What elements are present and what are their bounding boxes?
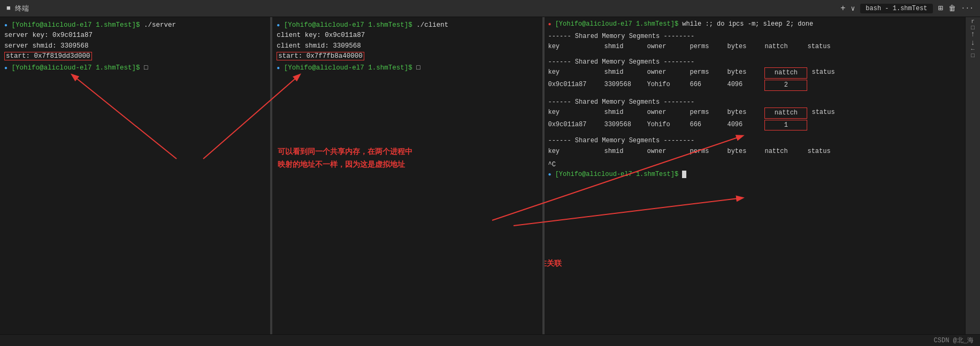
statusbar: CSDN @北_海 <box>0 334 980 346</box>
ctrl-c-line: ^C <box>548 160 976 170</box>
ipcs-table-2: ------ Shared Memory Segments -------- k… <box>548 57 976 91</box>
side-buttons: r□ ↑↓ ←□ <box>965 17 980 334</box>
side-btn-2[interactable]: ↑↓ <box>968 33 978 44</box>
server-line-1: ● [Yohifo@alicloud-el7 1.shmTest]$ ./ser… <box>4 20 266 30</box>
server-start-line: start: 0x7f819dd3d000 <box>4 51 266 61</box>
titlebar: ■ 终端 + ∨ bash - 1.shmTest ⊞ 🗑 ··· <box>0 0 980 17</box>
client-line-3: client shmid: 3309568 <box>277 41 538 51</box>
nattch-col-2: nattch <box>764 67 807 79</box>
annotation-text-1: 可以看到同一个共享内存，在两个进程中 映射的地址不一样，因为这是虚拟地址 <box>278 145 412 171</box>
ipcs-command-line: ● [Yohifo@alicloud-el7 1.shmTest]$ while… <box>548 19 976 29</box>
pane-server[interactable]: ● [Yohifo@alicloud-el7 1.shmTest]$ ./ser… <box>0 17 271 334</box>
terminal-icon: ■ <box>6 4 11 12</box>
client-line-2: client key: 0x9c011a87 <box>277 30 538 41</box>
nattch-val-2: 2 <box>764 80 807 91</box>
add-tab-button[interactable]: + <box>840 4 846 13</box>
final-prompt-line: ● [Yohifo@alicloud-el7 1.shmTest]$ <box>548 170 976 180</box>
client-line-5: ● [Yohifo@alicloud-el7 1.shmTest]$ □ <box>277 63 538 73</box>
client-start-line: start: 0x7f7fb8a40000 <box>277 51 538 61</box>
annotation-text-2: 首先关联数为 2 即 服务端、客户端 都在关联 客户端提前退出后，关联数变成了 … <box>545 244 562 270</box>
ipcs-table-3: ------ Shared Memory Segments -------- k… <box>548 97 976 131</box>
server-cmd: ./server <box>144 21 176 29</box>
statusbar-label: CSDN @北_海 <box>934 336 974 345</box>
more-options-button[interactable]: ··· <box>961 4 974 12</box>
pane-client[interactable]: ● [Yohifo@alicloud-el7 1.shmTest]$ ./cli… <box>272 17 543 334</box>
side-btn-1[interactable]: r□ <box>968 19 978 30</box>
server-line-5: ● [Yohifo@alicloud-el7 1.shmTest]$ □ <box>4 63 266 73</box>
server-prompt-1: [Yohifo@alicloud-el7 1.shmTest]$ <box>12 21 140 29</box>
titlebar-left: ■ 终端 <box>6 4 29 13</box>
client-line-1: ● [Yohifo@alicloud-el7 1.shmTest]$ ./cli… <box>277 20 538 30</box>
trash-button[interactable]: 🗑 <box>948 4 956 13</box>
chevron-down-icon[interactable]: ∨ <box>851 4 855 13</box>
pane-ipcs[interactable]: ● [Yohifo@alicloud-el7 1.shmTest]$ while… <box>545 17 980 334</box>
ipcs-table-4: ------ Shared Memory Segments -------- k… <box>548 136 976 156</box>
server-line-2: server key: 0x9c011a87 <box>4 30 266 41</box>
titlebar-app-label: 终端 <box>15 4 29 13</box>
split-pane-button[interactable]: ⊞ <box>938 3 943 13</box>
side-btn-3[interactable]: ←□ <box>968 47 978 58</box>
server-line-3: server shmid: 3309568 <box>4 41 266 51</box>
ipcs-table-1: ------ Shared Memory Segments -------- k… <box>548 32 976 52</box>
terminal-area: ● [Yohifo@alicloud-el7 1.shmTest]$ ./ser… <box>0 17 980 334</box>
nattch-val-3: 1 <box>764 120 807 131</box>
nattch-col-3: nattch <box>764 107 807 119</box>
titlebar-right: + ∨ bash - 1.shmTest ⊞ 🗑 ··· <box>840 3 974 13</box>
bash-tab[interactable]: bash - 1.shmTest <box>860 4 932 13</box>
